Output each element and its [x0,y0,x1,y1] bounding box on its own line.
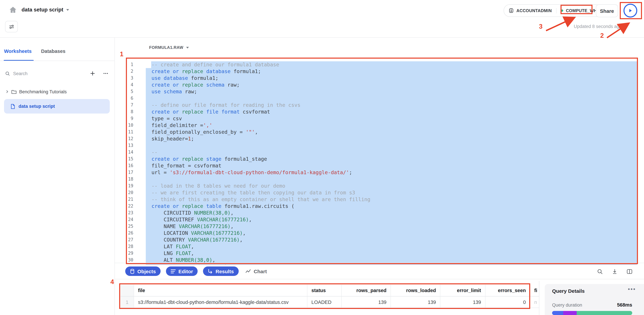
context-label: FORMULA1.RAW [149,45,183,50]
sidebar-menu-button[interactable] [102,69,110,78]
line-number: 21 [127,196,133,203]
selection-highlight [146,135,637,142]
line-number: 30 [127,257,133,263]
cell-file: s3://formula1-dbt-cloud-python-demo/form… [134,296,307,308]
code-text: file_format = csvformat [152,162,221,169]
line-number: 11 [127,129,133,135]
database-icon [130,269,135,274]
selection-highlight [146,176,637,183]
line-number: 25 [127,223,133,230]
download-icon[interactable] [611,267,619,275]
sidebar-item-folder[interactable]: Benchmarking Tutorials [0,86,114,97]
cell-rownum: 1 [120,296,134,308]
header-divider [0,37,644,38]
code-text: -- think of this as an empty container o… [152,196,370,203]
code-line: 20-- we are first creating the table the… [127,189,637,196]
editor-bottom-divider [114,263,644,263]
folder-label: Benchmarking Tutorials [19,89,67,94]
code-text: -- define our file format for reading in… [152,102,300,109]
column-header-rows_loaded[interactable]: rows_loaded [391,285,440,296]
search-results-button[interactable] [596,267,604,275]
role-label: ACCOUNTADMIN [516,8,552,13]
line-number: 29 [127,250,133,257]
column-header-first_error[interactable]: fi [530,285,539,296]
ellipsis-icon[interactable]: ••• [628,286,636,293]
column-header-rows_parsed[interactable]: rows_parsed [342,285,391,296]
filters-button[interactable] [5,21,18,32]
annotation-label-1: 1 [120,51,124,58]
code-line: 1-- create and define our formula1 datab… [127,61,637,68]
selection-highlight [146,122,637,129]
context-selector[interactable]: FORMULA1.RAW [149,45,189,50]
line-number: 17 [127,169,133,176]
selection-highlight [146,88,637,95]
column-header-error_limit[interactable]: error_limit [440,285,486,296]
search-icon [5,71,10,76]
table-row: 1s3://formula1-dbt-cloud-python-demo/for… [120,296,539,308]
new-worksheet-button[interactable] [88,69,96,78]
toolbar-button-chart[interactable]: Chart [244,266,268,276]
worksheet-title-dropdown[interactable]: data setup script [22,7,69,13]
query-duration-label: Query duration [552,302,582,307]
code-text: create or replace schema raw; [152,82,240,88]
run-button[interactable] [624,4,637,18]
tab-worksheets[interactable]: Worksheets [4,46,32,61]
line-number: 18 [127,176,133,183]
sidebar-item-worksheet-selected[interactable]: data setup script [4,99,110,114]
code-line: 24 CIRCUITREF VARCHAR(16777216), [127,216,637,223]
code-line: 13 [127,142,637,149]
page-title: data setup script [22,7,63,13]
toolbar-button-editor[interactable]: Editor [166,266,198,276]
play-icon [628,8,633,13]
role-warehouse-selector[interactable]: ACCOUNTADMIN COMPUTE_WH [504,5,602,17]
toolbar-button-objects[interactable]: Objects [125,266,160,276]
line-number: 3 [127,75,133,82]
share-button[interactable]: Share [596,5,618,17]
code-line: 7-- define our file format for reading i… [127,102,637,109]
code-line: 21-- think of this as an empty container… [127,196,637,203]
results-toolbar: ObjectsEditorResultsChart [125,266,268,276]
line-number: 8 [127,109,133,115]
selection-highlight [146,142,637,149]
code-text: NAME VARCHAR(16777216), [152,223,234,230]
code-line: 19-- load in the 8 tables we need for ou… [127,183,637,189]
toolbar-button-label: Results [216,268,234,274]
layout-columns-icon[interactable] [626,267,634,275]
duration-bar-segment-2 [577,311,632,315]
code-text: LNG FLOAT, [152,250,194,257]
code-text: LOCATION VARCHAR(16777216), [152,230,246,236]
code-line: 8create or replace file format csvformat [127,109,637,115]
chevron-down-icon [186,47,189,48]
results-view-icons [596,267,634,275]
column-header-errors_seen[interactable]: errors_seen [486,285,530,296]
tab-databases[interactable]: Databases [41,46,66,61]
sql-editor[interactable]: 1-- create and define our formula1 datab… [127,59,637,265]
code-text: ALT NUMBER(38,0), [152,257,215,263]
code-text: URL VARCHAR(16777216), [152,263,230,265]
cell-status: LOADED [307,296,342,308]
toolbar-button-label: Objects [137,268,156,274]
sidebar-search: Search [0,67,114,80]
code-line: 9type = csv [127,115,637,122]
toolbar-divider [114,279,644,279]
code-line: 18 [127,176,637,183]
code-text: create or replace table formula1.raw.cir… [152,203,294,210]
home-button[interactable] [8,5,18,15]
results-scroll-edge[interactable] [539,281,539,315]
updated-text: Updated 8 seconds ago [574,24,622,29]
line-number: 22 [127,203,133,210]
sidebar-tabs: WorksheetsDatabases [0,46,114,61]
code-line: 15create or replace stage formula1_stage [127,156,637,162]
code-text: create or replace database formula1; [152,68,261,75]
code-line: 6 [127,95,637,102]
search-input[interactable]: Search [13,71,28,76]
updated-status-dropdown[interactable]: Updated 8 seconds ago [525,24,627,29]
code-line: 29 LNG FLOAT, [127,250,637,257]
column-header-file[interactable]: file [134,285,307,296]
column-header-status[interactable]: status [307,285,342,296]
toolbar-button-results[interactable]: Results [203,266,238,276]
code-text: url = 's3://formula1-dbt-cloud-python-de… [152,169,352,176]
line-number: 28 [127,243,133,250]
line-number: 27 [127,236,133,243]
line-number: 24 [127,216,133,223]
